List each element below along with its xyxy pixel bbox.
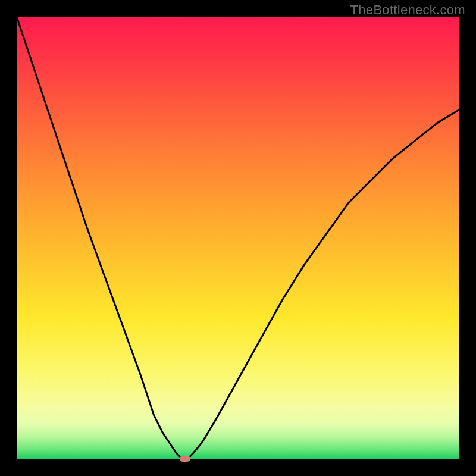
watermark-text: TheBottleneck.com [350,2,465,18]
chart-frame: TheBottleneck.com [0,0,476,476]
bottleneck-curve [17,17,459,459]
plot-area [17,17,459,459]
minimum-marker [180,456,190,462]
